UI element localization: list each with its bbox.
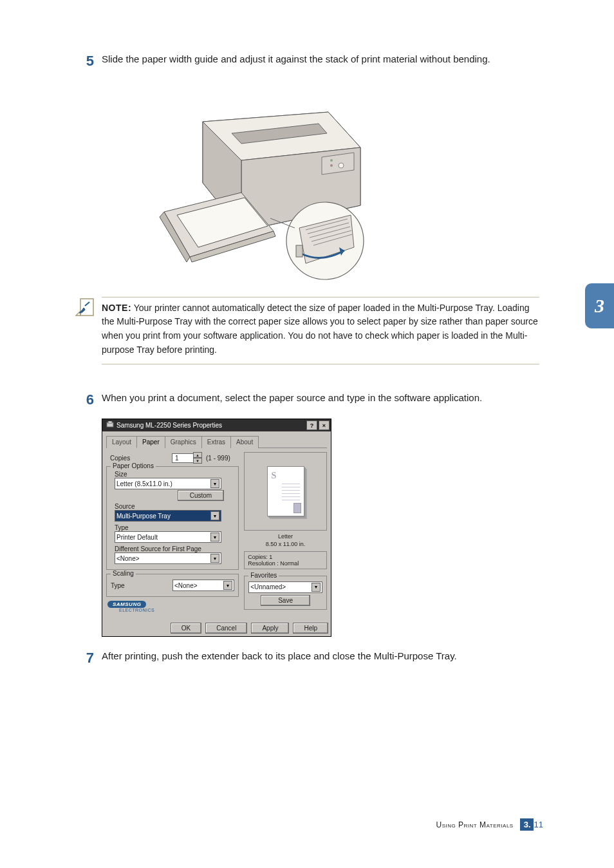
svg-point-6 — [339, 163, 344, 168]
tab-layout[interactable]: Layout — [106, 436, 137, 448]
favorites-value: <Unnamed> — [250, 583, 286, 590]
step-6: 6 When you print a document, select the … — [71, 390, 543, 410]
tab-paper[interactable]: Paper — [136, 436, 165, 448]
brand-logo: SAMSUNG — [107, 601, 239, 608]
favorites-legend: Favorites — [248, 572, 279, 579]
info-copies: Copies: 1 — [248, 554, 323, 560]
properties-dialog: Samsung ML-2250 Series Properties ? × La… — [102, 419, 331, 636]
note-rule-bottom — [102, 364, 539, 364]
tab-about[interactable]: About — [230, 436, 259, 448]
diff-source-select[interactable]: <None> ▼ — [115, 552, 221, 564]
scaling-type-label: Type — [111, 582, 169, 589]
scaling-type-value: <None> — [174, 582, 198, 589]
size-label: Size — [115, 471, 234, 478]
preview-info: Copies: 1 Resolution : Normal — [244, 551, 327, 569]
dialog-close-button[interactable]: × — [319, 420, 330, 430]
dropdown-icon: ▼ — [210, 533, 219, 542]
tab-graphics[interactable]: Graphics — [165, 436, 202, 448]
preview-size-dims: 8.50 x 11.00 in. — [244, 541, 327, 549]
source-label: Source — [115, 503, 234, 510]
dropdown-icon: ▼ — [210, 479, 219, 488]
dropdown-icon: ▼ — [210, 554, 219, 563]
brand-sub: ELECTRONICS — [119, 608, 239, 612]
printer-illustration — [129, 83, 399, 283]
tab-extras[interactable]: Extras — [201, 436, 231, 448]
note-text: Your printer cannot automatically detect… — [102, 303, 538, 355]
copies-label: Copies — [110, 455, 168, 462]
size-select[interactable]: Letter (8.5x11.0 in.) ▼ — [115, 478, 221, 489]
paper-options-group: Paper Options Size Letter (8.5x11.0 in.)… — [106, 466, 239, 570]
dialog-footer: OK Cancel Apply Help — [102, 619, 331, 636]
note-icon — [71, 297, 102, 319]
preview-size-name: Letter — [244, 533, 327, 541]
step-5: 5 Slide the paper width guide and adjust… — [71, 52, 543, 71]
footer-section-title: Using Print Materials — [436, 820, 514, 829]
source-select[interactable]: Multi-Purpose Tray ▼ — [115, 510, 221, 522]
page-footer: Using Print Materials 3.11 — [436, 818, 543, 831]
custom-button[interactable]: Custom — [178, 490, 224, 501]
cancel-button[interactable]: Cancel — [205, 623, 247, 634]
note-rule-top — [102, 297, 539, 297]
step-number: 6 — [71, 390, 102, 410]
paper-options-legend: Paper Options — [111, 462, 156, 469]
size-value: Letter (8.5x11.0 in.) — [116, 480, 172, 487]
svg-rect-22 — [296, 245, 302, 257]
svg-point-7 — [330, 159, 333, 162]
dialog-app-icon — [106, 421, 114, 429]
step-number: 5 — [71, 52, 102, 71]
dialog-titlebar[interactable]: Samsung ML-2250 Series Properties ? × — [102, 419, 331, 431]
svg-rect-23 — [80, 299, 93, 316]
copies-input[interactable]: 1 — [172, 453, 194, 463]
info-resolution: Resolution : Normal — [248, 560, 323, 567]
apply-button[interactable]: Apply — [251, 623, 289, 634]
preview-mark: S — [272, 471, 277, 480]
copies-spinner[interactable]: 1 ▲▼ — [172, 452, 202, 464]
scaling-type-select[interactable]: <None> ▼ — [172, 580, 234, 591]
type-value: Printer Default — [116, 534, 158, 541]
type-label: Type — [115, 524, 234, 531]
dropdown-icon: ▼ — [312, 583, 321, 592]
footer-page-number: 11 — [534, 820, 543, 829]
dialog-help-button[interactable]: ? — [306, 420, 317, 430]
step-number: 7 — [71, 648, 102, 668]
paper-preview: S — [244, 452, 327, 531]
chapter-side-tab: 3 — [585, 283, 614, 328]
dropdown-icon: ▼ — [210, 511, 219, 520]
brand-name: SAMSUNG — [107, 601, 146, 608]
note-title: NOTE: — [102, 303, 131, 313]
svg-rect-26 — [108, 421, 112, 423]
diff-source-value: <None> — [116, 555, 140, 562]
source-value: Multi-Purpose Tray — [116, 513, 171, 520]
footer-chapter: 3. — [520, 818, 534, 831]
step-text: After printing, push the extender back t… — [102, 648, 543, 668]
dialog-title: Samsung ML-2250 Series Properties — [116, 422, 222, 429]
help-button[interactable]: Help — [293, 623, 328, 634]
note-block: NOTE: Your printer cannot automatically … — [71, 297, 543, 368]
scaling-group: Scaling Type <None> ▼ — [106, 574, 239, 597]
step-text: When you print a document, select the pa… — [102, 390, 543, 410]
ok-button[interactable]: OK — [171, 623, 201, 634]
spinner-buttons[interactable]: ▲▼ — [193, 452, 202, 464]
dialog-tabstrip: Layout Paper Graphics Extras About — [106, 435, 327, 448]
scaling-legend: Scaling — [111, 570, 136, 577]
properties-dialog-figure: Samsung ML-2250 Series Properties ? × La… — [102, 419, 543, 636]
step-text: Slide the paper width guide and adjust i… — [102, 52, 543, 71]
svg-point-8 — [330, 164, 333, 167]
favorites-select[interactable]: <Unnamed> ▼ — [248, 581, 322, 593]
step-7: 7 After printing, push the extender back… — [71, 648, 543, 668]
type-select[interactable]: Printer Default ▼ — [115, 531, 221, 543]
favorites-group: Favorites <Unnamed> ▼ Save — [244, 576, 327, 610]
copies-range: (1 - 999) — [206, 455, 230, 462]
favorites-save-button[interactable]: Save — [261, 595, 310, 606]
diff-source-label: Different Source for First Page — [115, 545, 234, 552]
dropdown-icon: ▼ — [223, 581, 232, 590]
